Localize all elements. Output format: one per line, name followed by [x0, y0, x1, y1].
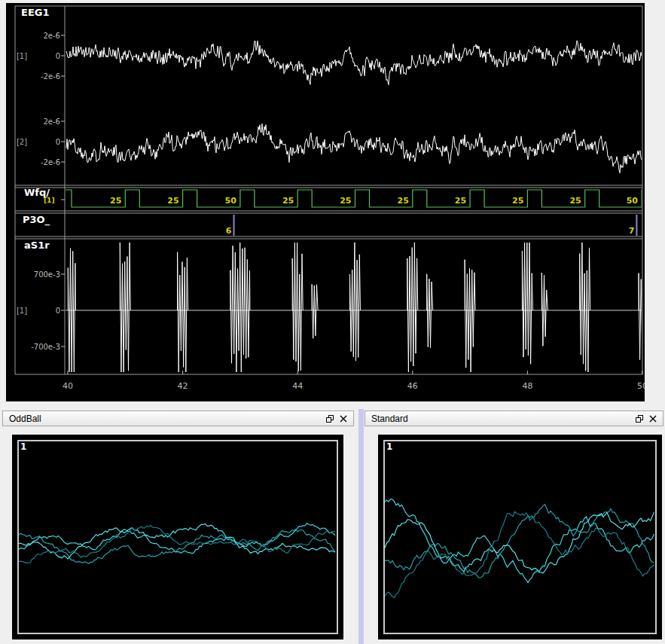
dock-plot-standard: 1: [378, 435, 662, 639]
y-tick-label: 0: [56, 52, 60, 60]
group-label-p3o: P3O_: [23, 215, 50, 225]
pulse-label: 25: [340, 196, 351, 206]
group-label-as1r: aS1r: [24, 240, 50, 251]
channel-label: [1]: [17, 52, 27, 60]
channel-label: [2]: [17, 138, 27, 146]
pulse-label: 25: [455, 196, 466, 206]
pulse-label: 25: [167, 196, 178, 206]
event-marker: [233, 215, 235, 236]
burst: [522, 243, 532, 364]
y-tick-label: 0: [56, 307, 60, 315]
close-icon[interactable]: [646, 413, 660, 425]
x-tick-label: 44: [292, 381, 303, 391]
eeg-trace-2: [66, 124, 642, 173]
burst: [465, 260, 475, 372]
main-signal-plot: 2e-60-2e-6[1]2e-60-2e-6[2]25255025252525…: [6, 3, 645, 401]
dock-title-oddball: OddBall: [6, 414, 323, 424]
plot-frame: [17, 440, 338, 634]
signal-display-panel: 2e-60-2e-6[1]2e-60-2e-6[2]25255025252525…: [6, 3, 645, 401]
x-tick-label: 48: [522, 381, 532, 391]
event-marker-label: 6: [226, 226, 232, 236]
event-marker-label: 7: [629, 226, 635, 236]
trace-group: [66, 41, 645, 372]
eeg-trace-1: [66, 41, 642, 85]
burst: [292, 243, 303, 371]
channel-label: [1]: [17, 307, 27, 315]
dock-title-standard: Standard: [368, 414, 633, 424]
standard-channel-number: 1: [386, 441, 392, 452]
dock-titlebar-standard[interactable]: Standard: [365, 411, 663, 426]
y-tick-label: -2e-6: [41, 158, 60, 166]
float-icon[interactable]: [323, 413, 337, 425]
y-tick-label: 0: [56, 138, 60, 146]
x-tick-label: 46: [407, 381, 418, 391]
group-label-eeg1: EEG1: [21, 8, 49, 18]
y-tick-label: 2e-6: [44, 118, 61, 126]
y-tick-label: -2e-6: [41, 72, 60, 81]
y-tick-label: -700e-3: [31, 343, 60, 351]
pulse-label: 25: [569, 196, 581, 206]
pulse-label: 25: [282, 196, 294, 206]
y-tick-label: 2e-6: [44, 32, 61, 40]
burst: [541, 273, 548, 346]
group-sublabel-wfq: [1]: [44, 197, 55, 204]
pulse-label: 50: [225, 196, 237, 206]
burst: [407, 243, 418, 372]
pulse-label: 25: [397, 196, 408, 206]
float-icon[interactable]: [633, 413, 646, 425]
burst: [312, 285, 318, 339]
event-marker: [636, 215, 637, 236]
burst: [427, 274, 433, 348]
burst: [350, 243, 361, 361]
pulse-label: 50: [627, 196, 639, 206]
dock-titlebar-oddball[interactable]: OddBall: [2, 411, 354, 426]
burst: [639, 261, 645, 372]
pulse-label: 25: [512, 196, 523, 206]
burst: [230, 243, 250, 372]
dock-plot-oddball: 1: [12, 435, 343, 639]
x-tick-label: 40: [63, 381, 73, 391]
dock-splitter[interactable]: [358, 409, 364, 644]
application-window: 2e-60-2e-6[1]2e-60-2e-6[2]25255025252525…: [0, 0, 665, 644]
wfq-trace: [66, 190, 642, 207]
plot-frame: [383, 440, 657, 634]
pulse-label: 25: [110, 196, 121, 206]
x-tick-label: 42: [178, 381, 188, 391]
burst: [120, 243, 130, 372]
burst: [178, 252, 188, 372]
close-icon[interactable]: [337, 413, 350, 425]
x-tick-label: 50: [637, 381, 645, 391]
oddball-channel-number: 1: [20, 441, 26, 452]
y-tick-label: 700e-3: [34, 270, 60, 279]
burst: [580, 243, 590, 372]
